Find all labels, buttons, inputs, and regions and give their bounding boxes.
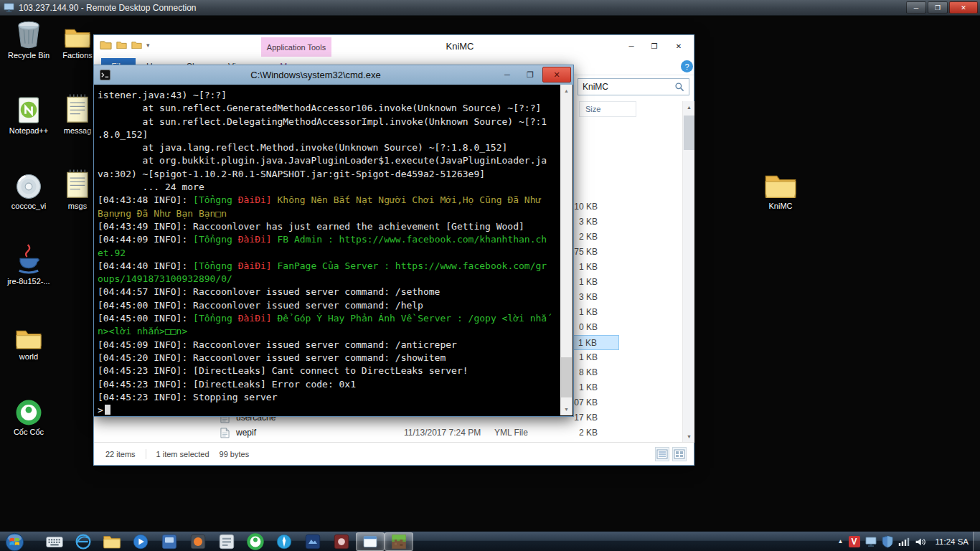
taskbar-button-compass[interactable]: [270, 532, 298, 551]
screen: 103.237.144.90 - Remote Desktop Connecti…: [0, 0, 980, 551]
rdp-connection-bar: 103.237.144.90 - Remote Desktop Connecti…: [0, 0, 980, 16]
cmd-title: C:\Windows\system32\cmd.exe: [137, 70, 494, 80]
console: istener.java:43) ~[?:?] at sun.reflect.G…: [95, 85, 573, 415]
windows-logo-icon: [5, 532, 24, 551]
file-size: 0 KB: [579, 322, 598, 332]
taskbar-button-app-maroon[interactable]: [327, 532, 356, 551]
taskbar-button-coccoc[interactable]: [241, 532, 270, 551]
desktop-icon-c-c-c-c[interactable]: Cốc Cốc: [6, 395, 52, 436]
scroll-up-icon[interactable]: ▲: [683, 101, 695, 113]
rdp-title: 103.237.144.90 - Remote Desktop Connecti…: [19, 3, 197, 13]
console-output: istener.java:43) ~[?:?] at sun.reflect.G…: [98, 89, 558, 417]
taskbar-button-app-navy[interactable]: [298, 532, 327, 551]
file-type: YML File: [494, 428, 528, 438]
file-size: 1 KB: [579, 382, 598, 392]
scroll-down-icon[interactable]: ▼: [560, 403, 573, 415]
tray-volume-icon[interactable]: [915, 537, 926, 547]
application-tools-tab[interactable]: Application Tools: [261, 37, 331, 57]
explorer-titlebar[interactable]: ▾ Application Tools KniMC ─ ❐ ✕: [94, 35, 694, 58]
cmd-titlebar[interactable]: C:\Windows\system32\cmd.exe ─ ❐ ✕: [94, 65, 573, 85]
file-size: 1 KB: [579, 352, 598, 362]
icons-view-button[interactable]: [672, 447, 687, 461]
file-size: 2 KB: [579, 232, 598, 242]
cmd-window: C:\Windows\system32\cmd.exe ─ ❐ ✕ istene…: [93, 65, 574, 417]
help-icon[interactable]: ?: [681, 60, 693, 72]
folder-icon: [758, 169, 804, 199]
explorer-app-icon: [100, 40, 112, 50]
file-size: 3 KB: [579, 217, 598, 227]
desktop-icon-jre-8u152[interactable]: jre-8u152-...: [6, 245, 52, 286]
taskbar-button-folder[interactable]: [98, 532, 126, 551]
disc-icon: [6, 169, 52, 199]
file-name: wepif: [236, 428, 256, 438]
explorer-title: KniMC: [395, 41, 524, 52]
cmd-close-button[interactable]: ✕: [542, 67, 571, 83]
explorer-close-button[interactable]: ✕: [666, 39, 691, 53]
show-desktop-button[interactable]: [973, 532, 980, 551]
tray-network-icon[interactable]: [898, 537, 910, 547]
file-size: 10 KB: [574, 202, 598, 212]
rdp-restore-button[interactable]: ❐: [928, 1, 948, 14]
taskbar: ▲V 11:24 SA: [0, 531, 980, 551]
rdp-minimize-button[interactable]: ─: [906, 1, 926, 14]
tray-icons: ▲V: [838, 535, 926, 548]
tray-hidden-icons-arrow-icon[interactable]: ▲: [838, 539, 844, 545]
tray-unikey-icon[interactable]: V: [849, 536, 860, 547]
desktop-icon-notepad[interactable]: Notepad++: [6, 94, 52, 135]
status-bytes: 99 bytes: [220, 450, 250, 458]
desktop-icon-label: Recycle Bin: [6, 51, 52, 60]
desktop-icon-label: Cốc Cốc: [6, 428, 52, 436]
console-cursor: [105, 405, 110, 415]
taskbar-button-minecraft[interactable]: [385, 532, 413, 551]
desktop-icon-label: KniMC: [758, 202, 804, 210]
taskbar-buttons: [40, 532, 413, 551]
taskbar-button-app-blue[interactable]: [155, 532, 184, 551]
file-date: 11/13/2017 7:24 PM: [404, 428, 481, 438]
scroll-up-icon[interactable]: ▲: [560, 85, 573, 97]
desktop-icon-coccoc-vi[interactable]: coccoc_vi: [6, 169, 52, 210]
taskbar-button-app-window[interactable]: [356, 532, 385, 551]
search-value: KniMC: [583, 82, 674, 92]
file-size: 8 KB: [579, 367, 598, 377]
desktop-icon-world[interactable]: world: [6, 320, 52, 361]
properties-icon[interactable]: [131, 41, 142, 50]
details-view-button[interactable]: [655, 447, 669, 461]
column-header-size[interactable]: Size: [579, 101, 636, 117]
desktop-icon-recycle-bin[interactable]: Recycle Bin: [6, 19, 52, 60]
search-icon[interactable]: [674, 82, 684, 92]
taskbar-button-app-orange[interactable]: [184, 532, 212, 551]
tray-shield-icon[interactable]: [882, 535, 893, 548]
taskbar-clock[interactable]: 11:24 SA: [936, 537, 969, 546]
file-size: 2 KB: [579, 428, 598, 438]
file-size: 1 KB: [579, 307, 598, 317]
file-row-wepif[interactable]: wepif11/13/2017 7:24 PMYML File2 KB: [94, 425, 619, 441]
cmd-maximize-button[interactable]: ❐: [519, 67, 541, 83]
desktop-icon-label: coccoc_vi: [6, 202, 52, 210]
taskbar-button-app-gray[interactable]: [212, 532, 241, 551]
new-folder-icon[interactable]: [116, 41, 127, 50]
chevron-down-icon[interactable]: ▾: [146, 42, 150, 49]
notepad-plus-icon: [6, 94, 52, 124]
desktop-icon-knimc[interactable]: KniMC: [758, 169, 804, 210]
rdp-close-button[interactable]: ✕: [949, 1, 978, 14]
taskbar-button-ime-keyboard[interactable]: [40, 532, 69, 551]
file-size: 1 KB: [579, 262, 598, 272]
quick-access-toolbar[interactable]: ▾: [100, 40, 150, 50]
explorer-scrollbar[interactable]: ▲ ▼: [682, 101, 694, 443]
cmd-icon: [100, 70, 110, 80]
file-icon: [220, 428, 230, 438]
explorer-maximize-button[interactable]: ❐: [644, 39, 665, 53]
file-size: 1 KB: [578, 338, 597, 348]
start-button[interactable]: [4, 532, 25, 551]
console-scrollbar[interactable]: ▲ ▼: [560, 85, 573, 415]
scrollbar-thumb[interactable]: [561, 357, 572, 397]
cmd-minimize-button[interactable]: ─: [496, 67, 518, 83]
scrollbar-thumb[interactable]: [684, 116, 694, 150]
search-box[interactable]: KniMC: [578, 78, 689, 95]
taskbar-button-media-player[interactable]: [126, 532, 155, 551]
tray-monitor-icon[interactable]: [865, 537, 877, 547]
scroll-down-icon[interactable]: ▼: [683, 430, 695, 443]
taskbar-button-ie[interactable]: [69, 532, 98, 551]
file-size: 17 KB: [574, 413, 598, 423]
explorer-minimize-button[interactable]: ─: [621, 39, 642, 53]
